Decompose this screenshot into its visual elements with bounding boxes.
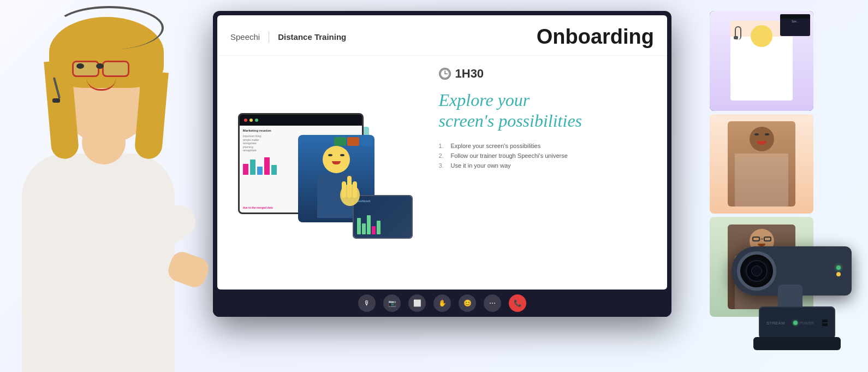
slide-visual-area: Marketing reunion Important thing:simple… [217,56,433,290]
svg-point-8 [441,69,449,78]
slide-title: Onboarding [537,25,654,49]
camera-device: STREAM POWER [693,197,868,361]
cursive-heading: Explore your screen's possibilities [439,90,654,132]
slide-text-area: 1H30 Explore your screen's possibilities… [433,56,667,290]
bullet-list: 1. Explore your screen's possibilities 2… [439,143,654,172]
duration-row: 1H30 [439,67,654,81]
hand-button[interactable]: ✋ [433,294,451,312]
svg-rect-6 [342,181,346,198]
end-call-button[interactable]: 📞 [509,294,526,312]
list-item: 3. Use it in your own way [439,162,654,169]
slide-body: Marketing reunion Important thing:simple… [217,56,667,290]
mic-button[interactable]: 🎙 [358,294,376,312]
camera-lens [737,251,776,291]
person-figure [0,6,218,372]
participant-thumb-1: Spe... [710,11,813,111]
brand-name: Speechi [230,32,260,42]
screen-share-button[interactable]: ⬜ [408,294,426,312]
monitor-screen: Speechi Distance Training Onboarding [217,15,667,290]
clock-icon [439,68,451,80]
monitor-frame: Speechi Distance Training Onboarding [213,11,671,317]
list-item: 1. Explore your screen's possibilities [439,143,654,149]
header-divider [269,32,269,43]
control-bar: 🎙 📷 ⬜ ✋ 😊 ⋯ 📞 [213,290,671,317]
list-item: 2. Follow our trainer trough Speechi's u… [439,152,654,159]
camera-button[interactable]: 📷 [383,294,401,312]
camera-foot [753,337,841,350]
slide-category: Distance Training [278,32,346,42]
more-options-button[interactable]: ⋯ [484,294,501,312]
duration-text: 1H30 [455,67,484,81]
camera-base-box: STREAM POWER [759,306,835,339]
hand-pointer [336,173,364,206]
emoji-button[interactable]: 😊 [459,294,476,312]
slide-header: Speechi Distance Training Onboarding [217,15,667,56]
svg-rect-5 [347,176,352,198]
svg-rect-7 [353,181,357,198]
